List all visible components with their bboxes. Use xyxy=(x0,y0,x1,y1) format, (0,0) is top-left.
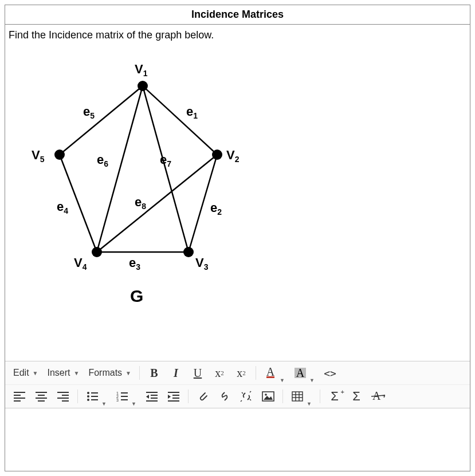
separator xyxy=(139,366,140,380)
editor-toolbar: Edit▼ Insert▼ Formats▼ B I U x2 x2 A▼ A▼… xyxy=(5,361,470,408)
edge-label-e3: e3 xyxy=(129,255,140,272)
separator xyxy=(188,390,189,403)
outdent-icon xyxy=(146,391,158,402)
svg-marker-46 xyxy=(168,395,171,399)
outdent-button[interactable] xyxy=(142,387,162,406)
svg-point-54 xyxy=(265,394,267,396)
table-icon xyxy=(292,391,303,402)
svg-point-26 xyxy=(87,395,89,398)
separator xyxy=(282,390,283,403)
numbered-list-icon: 123 xyxy=(116,391,128,402)
question-prompt: Find the Incidence matrix of the graph b… xyxy=(5,25,470,46)
equation-insert-button[interactable]: Σ+ xyxy=(325,387,344,406)
edge-label-e1: e1 xyxy=(186,104,198,120)
edge-label-e6: e6 xyxy=(97,152,108,168)
link-button[interactable] xyxy=(215,387,234,406)
graph-figure: V1 V2 V3 V4 V5 e1 e2 e3 e4 e5 e6 e7 e8 G xyxy=(5,52,292,349)
edge-label-e5: e5 xyxy=(83,104,95,120)
caret-icon: ▼ xyxy=(131,401,136,407)
table-button[interactable]: ▼ xyxy=(288,387,307,406)
numbered-list-button[interactable]: 123 ▼ xyxy=(112,387,132,406)
menu-edit[interactable]: Edit▼ xyxy=(10,364,41,381)
edge-label-e2: e2 xyxy=(210,200,222,217)
bg-color-button[interactable]: A▼ xyxy=(291,364,310,382)
bullet-list-button[interactable]: ▼ xyxy=(83,387,102,406)
code-button[interactable]: <> xyxy=(320,364,340,382)
menu-formats[interactable]: Formats▼ xyxy=(85,364,135,381)
svg-text:3: 3 xyxy=(116,398,119,402)
svg-line-5 xyxy=(97,86,143,252)
edge-label-e8: e8 xyxy=(135,195,146,211)
menu-insert[interactable]: Insert▼ xyxy=(44,364,83,381)
unlink-button[interactable] xyxy=(237,387,256,406)
svg-line-51 xyxy=(250,399,251,400)
image-icon xyxy=(262,391,274,402)
svg-point-12 xyxy=(54,150,65,160)
align-left-icon xyxy=(14,391,25,402)
text-color-button[interactable]: A▼ xyxy=(261,364,280,382)
caret-icon: ▼ xyxy=(280,377,285,383)
align-left-button[interactable] xyxy=(10,387,29,406)
bullet-list-icon xyxy=(87,391,98,402)
bold-button[interactable]: B xyxy=(144,364,164,382)
separator xyxy=(256,366,256,380)
svg-marker-53 xyxy=(264,396,273,400)
separator xyxy=(77,390,78,403)
svg-line-0 xyxy=(143,86,217,155)
unlink-icon xyxy=(240,391,253,402)
subscript-button[interactable]: x2 xyxy=(210,364,229,382)
vertex-label-v5: V5 xyxy=(32,148,44,164)
vertex-label-v2: V2 xyxy=(226,148,239,164)
svg-point-9 xyxy=(212,150,222,160)
equation-button[interactable]: Σ xyxy=(347,387,366,406)
svg-point-25 xyxy=(87,392,89,394)
underline-button[interactable]: U xyxy=(188,364,207,382)
strikethrough-a-button[interactable]: A xyxy=(368,387,388,406)
svg-marker-41 xyxy=(146,395,149,399)
vertex-label-v4: V4 xyxy=(74,255,87,272)
indent-button[interactable] xyxy=(164,387,183,406)
italic-button[interactable]: I xyxy=(166,364,186,382)
svg-point-10 xyxy=(183,247,194,257)
caret-icon: ▼ xyxy=(101,401,107,407)
graph-name: G xyxy=(130,286,143,306)
attachment-button[interactable] xyxy=(193,387,213,406)
svg-line-47 xyxy=(223,395,226,397)
separator xyxy=(320,390,320,403)
svg-line-49 xyxy=(250,391,251,392)
svg-point-8 xyxy=(138,81,148,91)
image-button[interactable] xyxy=(258,387,278,406)
svg-line-48 xyxy=(242,392,243,394)
align-center-button[interactable] xyxy=(32,387,51,406)
strike-a-icon: A xyxy=(371,391,385,402)
graph-svg xyxy=(5,52,292,349)
caret-icon: ▼ xyxy=(74,370,80,376)
svg-line-6 xyxy=(143,86,189,252)
svg-line-7 xyxy=(97,155,217,252)
paperclip-icon xyxy=(197,391,209,402)
svg-line-50 xyxy=(241,400,242,402)
link-icon xyxy=(218,391,231,402)
align-right-button[interactable] xyxy=(53,387,73,406)
align-center-icon xyxy=(36,391,47,402)
svg-point-11 xyxy=(92,247,102,257)
indent-icon xyxy=(168,391,179,402)
superscript-button[interactable]: x2 xyxy=(231,364,251,382)
caret-icon: ▼ xyxy=(125,370,131,376)
caret-icon: ▼ xyxy=(33,370,38,376)
edge-label-e4: e4 xyxy=(57,199,68,215)
svg-line-4 xyxy=(60,86,143,155)
caret-icon: ▼ xyxy=(307,401,312,407)
caret-icon: ▼ xyxy=(309,377,315,383)
svg-point-27 xyxy=(87,399,89,401)
align-right-icon xyxy=(57,391,69,402)
vertex-label-v1: V1 xyxy=(135,62,147,78)
svg-rect-55 xyxy=(292,392,303,401)
page-title: Incidence Matrices xyxy=(5,5,470,25)
edge-label-e7: e7 xyxy=(160,152,171,168)
vertex-label-v3: V3 xyxy=(195,255,208,272)
